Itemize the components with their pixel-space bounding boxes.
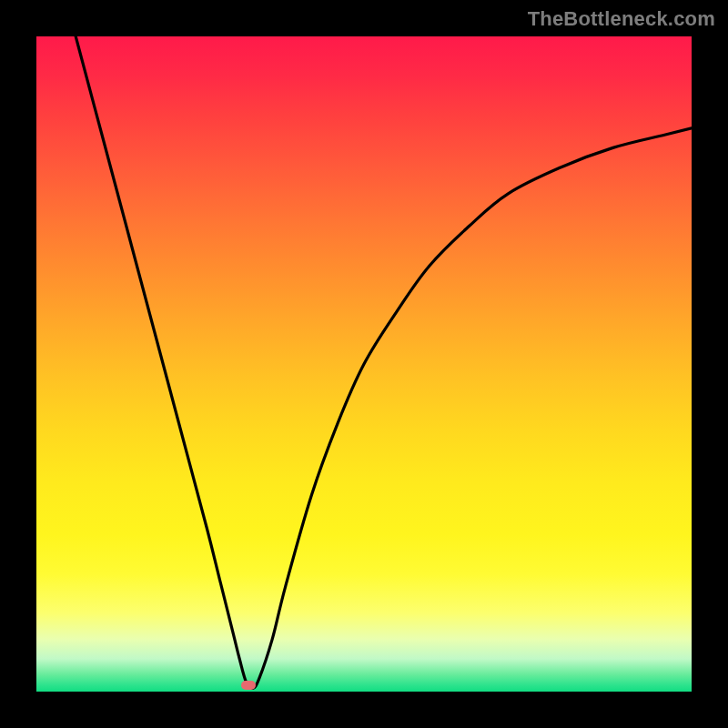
chart-frame: TheBottleneck.com — [0, 0, 728, 728]
bottleneck-curve — [76, 36, 692, 689]
watermark-text: TheBottleneck.com — [528, 7, 715, 31]
plot-area — [36, 36, 692, 692]
curve-svg — [36, 36, 692, 692]
min-point-marker — [241, 681, 256, 690]
